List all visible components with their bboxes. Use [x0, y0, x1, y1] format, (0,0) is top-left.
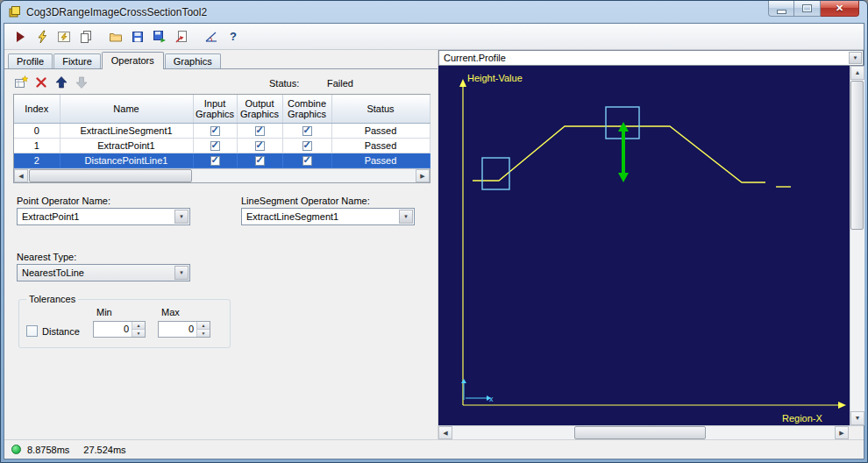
help-icon: ? — [230, 30, 237, 43]
grid-hscrollbar[interactable]: ◀ ▶ — [14, 168, 430, 182]
distance-label: Distance — [42, 326, 80, 337]
save-button[interactable] — [127, 26, 148, 47]
row-index-cell: 1 — [14, 138, 60, 153]
save-icon — [131, 30, 145, 44]
min-value[interactable]: 0 — [94, 322, 132, 337]
scroll-left-icon[interactable]: ◀ — [14, 169, 28, 182]
display-vscrollbar[interactable]: ▲ ▼ — [850, 66, 864, 425]
spin-up-icon[interactable]: ▲ — [132, 322, 145, 330]
spin-down-icon[interactable]: ▼ — [197, 330, 210, 337]
operator-row[interactable]: 0ExtractLineSegment1Passed — [14, 123, 430, 138]
maximize-button[interactable] — [794, 1, 821, 17]
paste-import-button[interactable] — [171, 26, 192, 47]
linesegment-operator-value: ExtractLineSegment1 — [246, 211, 338, 222]
chevron-down-icon[interactable]: ▼ — [399, 210, 413, 224]
profile-display[interactable]: Height-ValueRegion-Xx ▲ ▼ — [438, 66, 864, 425]
max-value[interactable]: 0 — [159, 322, 196, 337]
copy-icon — [79, 30, 93, 44]
col-combine-graphics[interactable]: Combine Graphics — [282, 95, 331, 123]
chevron-down-icon[interactable]: ▼ — [849, 52, 862, 64]
move-operator-up-button[interactable] — [52, 73, 70, 91]
scroll-right-icon[interactable]: ▶ — [835, 426, 849, 439]
maximize-icon — [803, 5, 811, 11]
save-results-icon — [153, 30, 167, 44]
tab-graphics[interactable]: Graphics — [165, 53, 221, 68]
combine-graphics-cell — [282, 153, 331, 167]
minimize-button[interactable] — [768, 1, 794, 17]
tab-operators[interactable]: Operators — [102, 52, 164, 69]
display-hscroll-thumb[interactable] — [574, 426, 706, 439]
min-spinner[interactable]: 0 ▲ ▼ — [93, 321, 146, 338]
save-results-button[interactable] — [149, 26, 170, 47]
max-spinner[interactable]: 0 ▲ ▼ — [158, 321, 210, 338]
col-index[interactable]: Index — [14, 95, 60, 123]
close-icon: ✕ — [836, 3, 843, 14]
row-name-cell: ExtractPoint1 — [60, 138, 193, 153]
measure-angle-button[interactable] — [201, 26, 222, 47]
scroll-down-icon[interactable]: ▼ — [850, 411, 864, 425]
operator-row[interactable]: 1ExtractPoint1Passed — [14, 138, 430, 153]
profile-plot[interactable]: Height-ValueRegion-Xx — [438, 66, 850, 424]
spin-down-icon[interactable]: ▼ — [132, 330, 145, 337]
col-output-graphics[interactable]: Output Graphics — [237, 95, 282, 123]
tab-fixture[interactable]: Fixture — [53, 53, 101, 68]
tool-edit-pane: Profile Fixture Operators Graphics — [4, 50, 438, 439]
display-vscroll-thumb[interactable] — [850, 81, 864, 230]
output-graphics-checkbox[interactable] — [255, 126, 265, 136]
distance-checkbox[interactable] — [26, 325, 38, 337]
chevron-down-icon[interactable]: ▼ — [174, 210, 189, 224]
input-graphics-checkbox[interactable] — [210, 156, 220, 166]
move-operator-down-button[interactable] — [72, 73, 90, 91]
title-bar[interactable]: Cog3DRangeImageCrossSectionTool2 ✕ — [4, 1, 864, 23]
scroll-right-icon[interactable]: ▶ — [416, 169, 430, 182]
output-graphics-checkbox[interactable] — [255, 156, 265, 166]
row-status-cell: Passed — [331, 153, 430, 167]
combine-graphics-checkbox[interactable] — [302, 126, 312, 136]
linesegment-operator-combobox[interactable]: ExtractLineSegment1 ▼ — [241, 208, 415, 225]
col-input-graphics[interactable]: Input Graphics — [193, 95, 237, 123]
spin-up-icon[interactable]: ▲ — [197, 322, 210, 330]
window-title: Cog3DRangeImageCrossSectionTool2 — [26, 6, 863, 18]
scroll-left-icon[interactable]: ◀ — [438, 426, 452, 439]
x-axis-label: Region-X — [782, 413, 823, 424]
row-name-cell: DistancePointLine1 — [60, 153, 193, 167]
grid-hscroll-thumb[interactable] — [29, 169, 192, 182]
col-name[interactable]: Name — [60, 95, 193, 123]
scroll-up-icon[interactable]: ▲ — [850, 66, 864, 80]
operator-list-toolbar — [11, 73, 92, 91]
delete-operator-button[interactable] — [32, 73, 50, 91]
point-operator-label: Point Operator Name: — [17, 196, 110, 206]
chevron-down-icon[interactable]: ▼ — [174, 266, 189, 280]
point-operator-combobox[interactable]: ExtractPoint1 ▼ — [17, 208, 190, 225]
run-icon — [13, 30, 27, 44]
app-window: Cog3DRangeImageCrossSectionTool2 ✕ — [0, 0, 868, 463]
min-label: Min — [96, 307, 112, 317]
col-status[interactable]: Status — [331, 95, 430, 123]
operator-row[interactable]: 2DistancePointLine1Passed — [14, 153, 430, 167]
open-button[interactable] — [105, 26, 126, 47]
tab-profile[interactable]: Profile — [8, 53, 53, 68]
combine-graphics-cell — [282, 123, 331, 138]
operator-table-body: 0ExtractLineSegment1Passed1ExtractPoint1… — [14, 123, 430, 167]
display-selector-combobox[interactable]: Current.Profile ▼ — [438, 50, 864, 66]
app-icon — [9, 5, 21, 19]
combine-graphics-checkbox[interactable] — [302, 141, 312, 151]
display-hscrollbar[interactable]: ◀ ▶ — [438, 425, 849, 439]
close-button[interactable]: ✕ — [821, 1, 859, 17]
lightning-run-button[interactable] — [32, 26, 53, 47]
nearest-type-combobox[interactable]: NearestToLine ▼ — [17, 264, 190, 281]
combine-graphics-checkbox[interactable] — [302, 156, 312, 166]
run-button[interactable] — [10, 26, 31, 47]
tool-image-button[interactable] — [53, 26, 75, 47]
copy-button[interactable] — [75, 26, 96, 47]
input-graphics-checkbox[interactable] — [210, 126, 220, 136]
input-graphics-checkbox[interactable] — [210, 141, 220, 151]
add-operator-button[interactable] — [11, 73, 30, 91]
tool-image-icon — [57, 30, 71, 44]
display-selector-value: Current.Profile — [444, 53, 506, 63]
input-graphics-cell — [193, 123, 237, 138]
scrollbar-corner — [849, 425, 864, 439]
output-graphics-checkbox[interactable] — [255, 141, 265, 151]
marker-box — [482, 158, 509, 189]
help-button[interactable]: ? — [223, 26, 244, 47]
